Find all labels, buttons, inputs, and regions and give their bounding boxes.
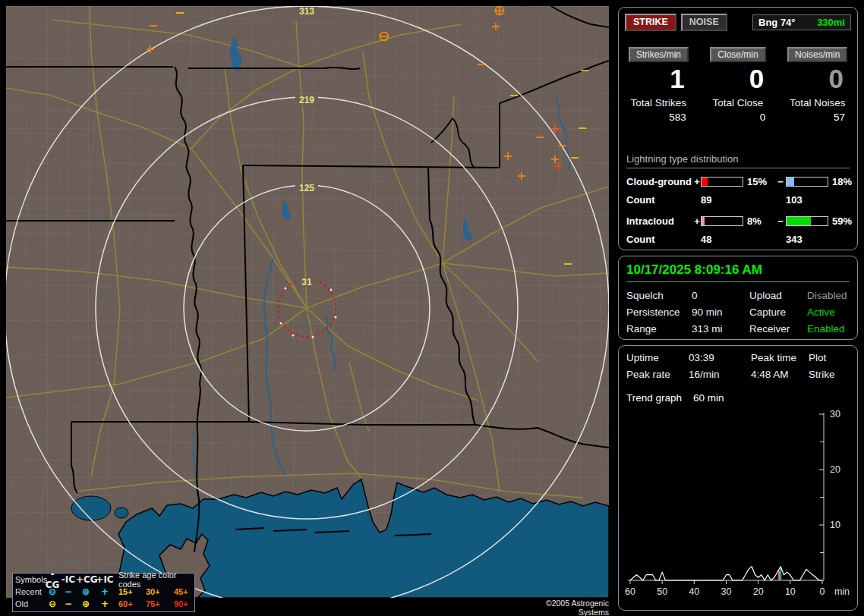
- peakrate-value: 16/min: [689, 369, 751, 380]
- plus-sign: +: [693, 215, 701, 227]
- mode-button-row: STRIKE NOISE Bng 74° 330mi: [625, 14, 851, 31]
- svg-text:60: 60: [625, 586, 635, 597]
- total-close-value: 0: [698, 112, 778, 123]
- age-90: 90+: [174, 599, 200, 608]
- cg-positive-count: 89: [701, 194, 743, 206]
- svg-text:20: 20: [753, 586, 764, 597]
- total-close-label: Total Close: [698, 97, 778, 108]
- trend-line: [630, 567, 822, 580]
- radar-map[interactable]: 313 219 125 31: [6, 6, 609, 598]
- ring-label-219: 219: [299, 95, 314, 105]
- plot-label: Plot: [809, 352, 851, 363]
- svg-text:20: 20: [830, 464, 840, 475]
- ic-positive-count: 48: [701, 234, 743, 245]
- distance-value: 330mi: [817, 17, 845, 28]
- squelch-value: 0: [692, 290, 749, 301]
- cg-negative-count: 103: [786, 194, 828, 206]
- uptime-label: Uptime: [626, 352, 689, 363]
- minus-sign: −: [775, 215, 786, 227]
- noises-counter: Noises/min 0 Total Noises 57: [777, 47, 857, 123]
- legend-row-old-label: Old: [15, 599, 44, 608]
- plus-sign: +: [693, 176, 701, 187]
- cg-negative-bar: [786, 177, 828, 187]
- svg-text:min: min: [834, 586, 850, 597]
- recent-nic-icon: −: [61, 586, 76, 597]
- app-window: { "map": { "colors": { "land": "#6b5e57"…: [0, 0, 864, 616]
- total-strikes-value: 583: [619, 112, 698, 123]
- ic-negative-pct: 59%: [828, 215, 852, 227]
- strikes-per-min-button[interactable]: Strikes/min: [629, 47, 689, 62]
- recent-pic-icon: +: [96, 586, 114, 597]
- close-counter: Close/min 0 Total Close 0: [698, 47, 778, 123]
- intracloud-row: Intracloud + 8% − 59%: [626, 211, 850, 231]
- distribution-title: Lightning type distribution: [626, 153, 850, 168]
- noise-mode-button[interactable]: NOISE: [681, 14, 727, 31]
- ic-positive-bar-fill: [702, 217, 705, 225]
- ic-negative-bar-fill: [787, 217, 811, 225]
- upload-label: Upload: [749, 290, 807, 301]
- intracloud-count-row: Count 48 343: [626, 231, 850, 247]
- noises-per-min-button[interactable]: Noises/min: [787, 47, 847, 62]
- ring-label-313: 313: [299, 6, 314, 17]
- cg-negative-pct: 18%: [828, 176, 852, 187]
- ic-negative-count: 343: [786, 234, 828, 245]
- trend-panel: Uptime 03:39 Peak time Plot Peak rate 16…: [618, 345, 858, 611]
- peakrate-label: Peak rate: [626, 369, 689, 380]
- age-15: 15+: [118, 587, 146, 596]
- svg-text:30: 30: [830, 409, 840, 420]
- cloud-ground-label: Cloud-ground: [626, 176, 693, 187]
- ic-positive-pct: 8%: [743, 215, 775, 227]
- cloud-ground-row: Cloud-ground + 15% − 18%: [626, 171, 850, 191]
- age-45: 45+: [174, 587, 200, 596]
- cg-positive-bar: [701, 177, 743, 187]
- cloud-ground-count-row: Count 89 103: [626, 191, 850, 208]
- strikes-counter: Strikes/min 1 Total Strikes 583: [619, 47, 698, 123]
- legend-col-pcg: +CG: [76, 574, 96, 585]
- trend-info-grid: Uptime 03:39 Peak time Plot Peak rate 16…: [626, 352, 851, 380]
- plot-value: Strike: [809, 369, 851, 380]
- svg-text:10: 10: [785, 586, 796, 597]
- recent-pcg-icon: ⊕: [76, 586, 96, 597]
- legend-age-header: Strike age color codes: [118, 570, 200, 589]
- copyright-text: ©2005 Astrogenic Systems: [519, 599, 609, 616]
- ic-positive-bar: [701, 216, 743, 226]
- persistence-label: Persistence: [626, 306, 692, 318]
- age-75: 75+: [146, 599, 174, 608]
- peaktime-value: 4:48 AM: [751, 369, 809, 380]
- recent-ncg-icon: ⊖: [44, 586, 61, 597]
- receiver-label: Receiver: [749, 323, 807, 335]
- uptime-value: 03:39: [689, 352, 751, 363]
- close-per-min-value: 0: [698, 64, 778, 94]
- range-value: 313 mi: [692, 323, 749, 335]
- old-pic-icon: +: [96, 599, 114, 609]
- bearing-value: Bng 74°: [758, 17, 796, 28]
- age-30: 30+: [146, 587, 174, 596]
- trend-axis-labels: 6050403020100min102030: [625, 409, 850, 597]
- total-noises-label: Total Noises: [777, 97, 857, 108]
- map-legend: Symbols -CG -IC +CG +IC Strike age color…: [12, 573, 195, 612]
- ring-label-31: 31: [301, 277, 312, 288]
- age-60: 60+: [118, 599, 146, 608]
- strike-stats-panel: STRIKE NOISE Bng 74° 330mi Strikes/min 1…: [618, 7, 858, 250]
- strike-mode-button[interactable]: STRIKE: [625, 14, 676, 31]
- strike-symbol-circle-plus: [496, 7, 504, 15]
- close-per-min-button[interactable]: Close/min: [710, 47, 765, 62]
- cg-negative-bar-fill: [787, 178, 794, 186]
- ring-label-125: 125: [299, 183, 314, 193]
- ic-negative-bar: [786, 216, 828, 226]
- cg-count-label: Count: [626, 194, 693, 206]
- system-status-panel: 10/17/2025 8:09:16 AM Squelch 0 Upload D…: [618, 256, 858, 340]
- lightning-type-distribution: Lightning type distribution Cloud-ground…: [626, 153, 850, 247]
- map-canvas[interactable]: 313 219 125 31: [6, 6, 609, 598]
- trend-chart: 6050403020100min102030: [622, 401, 856, 605]
- capture-value: Active: [807, 306, 851, 318]
- upload-value: Disabled: [807, 290, 851, 301]
- ic-count-label: Count: [626, 234, 693, 245]
- legend-row-recent-label: Recent: [15, 587, 44, 596]
- intracloud-label: Intracloud: [626, 215, 693, 227]
- minus-sign: −: [775, 176, 786, 187]
- total-noises-value: 57: [777, 112, 857, 123]
- datetime-display: 10/17/2025 8:09:16 AM: [626, 262, 850, 282]
- peaktime-label: Peak time: [751, 352, 809, 363]
- svg-text:30: 30: [721, 586, 732, 597]
